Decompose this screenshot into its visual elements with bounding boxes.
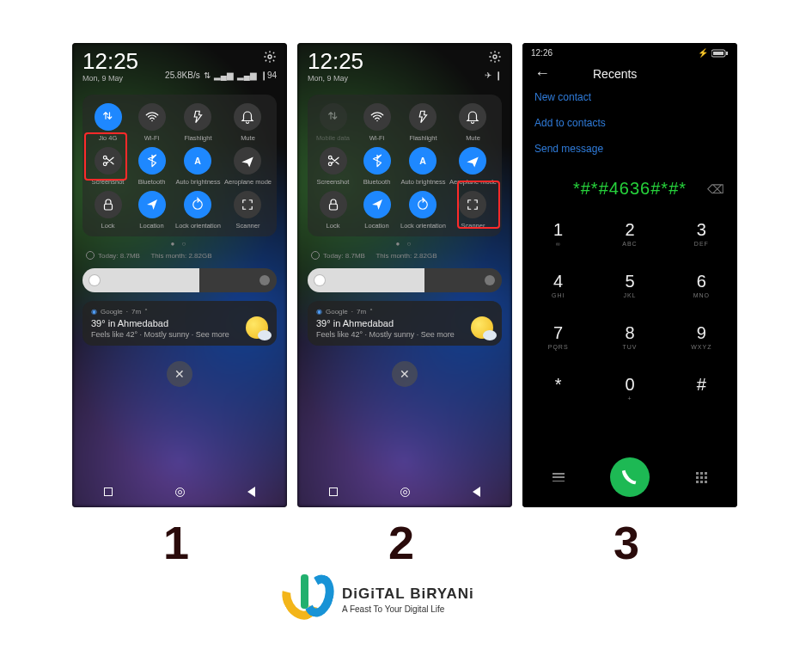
tile-label: Auto brightness — [400, 178, 445, 186]
tile-data[interactable]: Mobile data — [313, 103, 353, 142]
key-7[interactable]: 7PQRS — [522, 310, 594, 362]
brightness-slider[interactable] — [308, 268, 502, 292]
tile-lori[interactable]: Lock orientation — [175, 191, 221, 230]
back-button[interactable]: ← — [534, 64, 550, 83]
svg-point-1 — [151, 120, 153, 122]
settings-icon[interactable] — [488, 50, 502, 64]
weather-notification[interactable]: ◉Google · 7m ˄ 39° in Ahmedabad Feels li… — [308, 301, 502, 346]
brand-logo: DiGiTAL BiRYANi A Feast To Your Digital … — [284, 574, 474, 624]
key-2[interactable]: 2ABC — [594, 207, 665, 259]
phone-screenshot-3: 12:26 ⚡ ← Recents New contact Add to con… — [522, 43, 737, 507]
tile-label: Mute — [466, 134, 480, 142]
home-button[interactable] — [400, 488, 410, 497]
brand-tagline: A Feast To Your Digital Life — [342, 604, 474, 614]
status-icons: ✈❙ — [485, 71, 502, 80]
rot-icon — [409, 191, 437, 218]
tile-mute[interactable]: Mute — [449, 103, 497, 142]
data-usage[interactable]: Today: 8.7MB This month: 2.82GB — [308, 251, 502, 260]
backspace-icon[interactable]: ⌫ — [707, 182, 725, 196]
key-9[interactable]: 9WXYZ — [666, 310, 737, 362]
tile-label: Mute — [241, 134, 255, 142]
svg-text:A: A — [420, 156, 427, 166]
key-#[interactable]: # — [666, 362, 737, 414]
tile-label: Lock orientation — [175, 222, 221, 230]
tile-lock[interactable]: Lock — [88, 191, 128, 230]
key-8[interactable]: 8TUV — [594, 310, 665, 362]
tile-wifi[interactable]: Wi-Fi — [131, 103, 172, 142]
svg-text:A: A — [195, 156, 202, 166]
data-usage[interactable]: Today: 8.7MB This month: 2.82GB — [82, 251, 277, 260]
logo-mark — [284, 574, 333, 624]
dismiss-all-button[interactable]: ✕ — [167, 361, 192, 387]
tile-loc[interactable]: Location — [357, 191, 397, 230]
flash-icon — [409, 103, 437, 131]
svg-rect-15 — [713, 52, 723, 55]
tile-flash[interactable]: Flashlight — [175, 103, 221, 142]
tile-sshot[interactable]: Screenshot — [313, 147, 353, 186]
dismiss-all-button[interactable]: ✕ — [392, 361, 418, 387]
scissors-icon — [320, 147, 347, 175]
bt-icon — [138, 147, 166, 175]
lock-icon — [320, 191, 347, 218]
tile-wifi[interactable]: Wi-Fi — [357, 103, 397, 142]
tile-flash[interactable]: Flashlight — [400, 103, 446, 142]
tile-autob[interactable]: AAuto brightness — [175, 147, 221, 186]
nav-bar — [297, 481, 512, 502]
key-3[interactable]: 3DEF — [666, 207, 737, 259]
svg-point-0 — [268, 55, 272, 58]
tile-loc[interactable]: Location — [131, 191, 172, 230]
key-6[interactable]: 6MNO — [666, 259, 737, 310]
tile-label: Bluetooth — [363, 178, 391, 186]
tile-label: Flashlight — [184, 134, 211, 142]
call-button[interactable] — [610, 457, 650, 497]
keypad-toggle-icon[interactable] — [696, 472, 707, 483]
overview-button[interactable] — [104, 488, 113, 496]
highlight-box — [457, 181, 500, 229]
tile-label: Lock — [327, 222, 340, 230]
tile-mute[interactable]: Mute — [224, 103, 272, 142]
plane-icon — [234, 147, 261, 175]
tile-label: Location — [364, 222, 388, 230]
brightness-slider[interactable] — [82, 268, 277, 292]
menu-icon[interactable] — [553, 473, 565, 481]
tile-scan[interactable]: Scanner — [224, 191, 272, 230]
status-icons: 25.8KB/s ⇅▂▄▆▂▄▆❙94 — [165, 71, 277, 80]
tile-air[interactable]: Aeroplane mode — [224, 147, 272, 186]
tile-label: Wi-Fi — [369, 134, 385, 142]
key-0[interactable]: 0+ — [594, 362, 665, 414]
tile-label: Location — [139, 222, 163, 230]
tile-label: Bluetooth — [138, 178, 166, 186]
clock: 12:25 — [82, 50, 138, 72]
page-dots: ● ○ — [308, 240, 502, 248]
add-to-contacts-link[interactable]: Add to contacts — [534, 117, 725, 129]
tile-bt[interactable]: Bluetooth — [357, 147, 397, 186]
back-button[interactable] — [247, 487, 255, 497]
nav-icon — [363, 191, 391, 218]
key-4[interactable]: 4GHI — [522, 259, 594, 310]
new-contact-link[interactable]: New contact — [534, 91, 725, 103]
tile-bt[interactable]: Bluetooth — [131, 147, 172, 186]
step-number-3: 3 — [614, 516, 639, 569]
back-button[interactable] — [473, 487, 480, 497]
tile-lock[interactable]: Lock — [313, 191, 353, 230]
lock-icon — [95, 191, 122, 218]
status-bar: 12:26 ⚡ — [522, 43, 737, 59]
tile-autob[interactable]: AAuto brightness — [400, 147, 446, 186]
A-icon: A — [409, 147, 437, 175]
tile-label: Flashlight — [409, 134, 437, 142]
settings-icon[interactable] — [263, 50, 277, 64]
tile-label: Wi-Fi — [144, 134, 160, 142]
step-number-2: 2 — [388, 516, 414, 569]
net-speed: 25.8KB/s — [165, 71, 200, 80]
svg-rect-16 — [726, 52, 728, 55]
send-message-link[interactable]: Send message — [534, 143, 725, 155]
key-1[interactable]: 1∞ — [522, 207, 594, 259]
tile-label: Lock — [101, 222, 115, 230]
tile-lori[interactable]: Lock orientation — [400, 191, 446, 230]
overview-button[interactable] — [329, 488, 338, 496]
key-5[interactable]: 5JKL — [594, 259, 665, 310]
home-button[interactable] — [175, 488, 185, 497]
key-*[interactable]: * — [522, 362, 594, 414]
nav-icon — [138, 191, 166, 218]
weather-notification[interactable]: ◉Google · 7m ˄ 39° in Ahmedabad Feels li… — [82, 301, 277, 346]
